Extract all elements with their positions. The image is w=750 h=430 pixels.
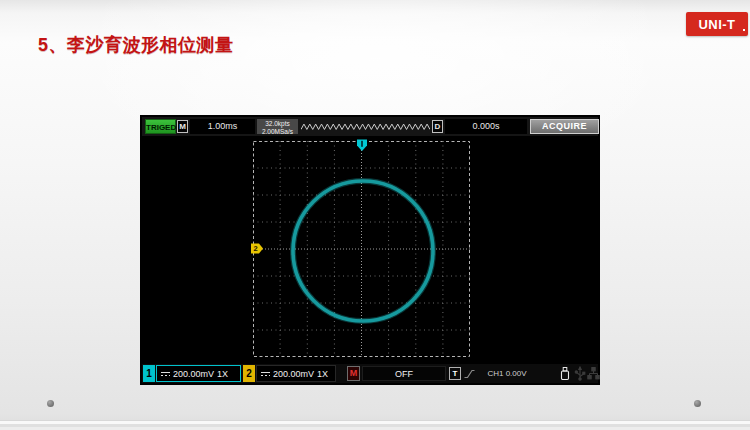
ch1-probe: 1X — [217, 369, 228, 379]
ch2-position-marker[interactable]: 2 — [251, 243, 264, 254]
screw-dot-left — [47, 400, 54, 407]
scope-channel-bar: 1 200.00mV 1X 2 200.00mV 1X M OFF T CH1 … — [142, 364, 598, 383]
lissajous-trace — [293, 181, 433, 321]
ch1-settings-box[interactable]: 200.00mV 1X — [156, 365, 241, 382]
ch2-badge[interactable]: 2 — [243, 365, 255, 382]
sample-rate: 2.00MSa/s — [257, 128, 298, 136]
svg-text:2: 2 — [254, 244, 258, 253]
usb-host-icon — [574, 366, 586, 381]
math-badge[interactable]: M — [347, 366, 360, 381]
trigger-delay-readout[interactable]: 0.000s — [445, 119, 527, 134]
math-status[interactable]: OFF — [362, 366, 446, 381]
lan-icon — [587, 366, 600, 381]
trigger-source-readout[interactable]: CH1 0.00V — [477, 366, 537, 381]
waveform-overview-icon — [301, 122, 430, 132]
uni-t-logo-text: UNI-T — [698, 17, 735, 32]
timebase-readout[interactable]: 1.00ms — [190, 119, 255, 134]
oscilloscope-screenshot: TRIGED M 1.00ms 32.0kpts 2.00MSa/s D 0.0… — [140, 115, 600, 385]
ch2-scale: 200.00mV — [273, 369, 314, 379]
ch2-probe: 1X — [317, 369, 328, 379]
screw-dot-right — [694, 400, 701, 407]
ch2-settings-box[interactable]: 200.00mV 1X — [256, 365, 336, 382]
scope-status-bar: TRIGED M 1.00ms 32.0kpts 2.00MSa/s D 0.0… — [142, 117, 598, 136]
acquisition-info: 32.0kpts 2.00MSa/s — [257, 119, 298, 134]
acquire-menu-button[interactable]: ACQUIRE — [530, 119, 599, 134]
ch1-badge[interactable]: 1 — [143, 365, 155, 382]
ch1-scale: 200.00mV — [173, 369, 214, 379]
memory-depth: 32.0kpts — [257, 120, 298, 128]
uni-t-logo: UNI-T — [686, 12, 748, 36]
horizontal-label: M — [177, 120, 188, 133]
logo-trademark-dot — [743, 29, 745, 31]
page-title: 5、李沙育波形相位测量 — [38, 33, 234, 57]
graticule — [253, 141, 470, 357]
delay-label: D — [432, 120, 443, 133]
dc-coupling-icon — [161, 371, 170, 377]
trigger-position-marker[interactable] — [356, 139, 368, 152]
rising-edge-icon — [464, 369, 475, 379]
usb-device-icon — [559, 366, 571, 381]
scope-display: 2 — [140, 136, 600, 364]
slide-bottom-edge — [0, 420, 750, 430]
trigger-status-badge: TRIGED — [145, 119, 176, 134]
dc-coupling-icon — [261, 371, 270, 377]
trigger-badge[interactable]: T — [449, 367, 461, 380]
